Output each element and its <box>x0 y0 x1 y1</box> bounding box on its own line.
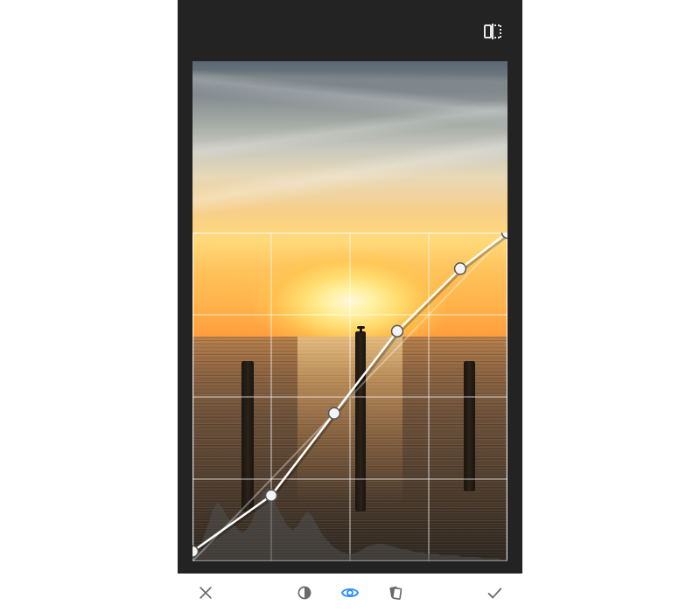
curve-control-point[interactable] <box>455 263 466 275</box>
editor-toolbar <box>178 574 522 612</box>
photo-editor-app <box>178 0 522 612</box>
curve-control-point[interactable] <box>266 490 277 501</box>
curve-control-point[interactable] <box>329 407 340 419</box>
compare-split-icon <box>482 21 503 42</box>
curves-panel[interactable] <box>192 233 508 561</box>
tab-contrast[interactable] <box>292 581 317 605</box>
styles-icon <box>387 584 404 602</box>
editor-viewport <box>178 0 522 574</box>
tab-eye[interactable] <box>338 581 362 605</box>
svg-rect-0 <box>485 25 491 38</box>
compare-toggle-button[interactable] <box>482 21 507 45</box>
curves-overlay[interactable] <box>192 233 508 561</box>
curve-control-point[interactable] <box>192 546 199 557</box>
eye-icon <box>340 583 360 602</box>
apply-button[interactable] <box>482 581 507 605</box>
cancel-button[interactable] <box>193 581 218 605</box>
check-icon <box>485 583 504 602</box>
editor-tool-tabs <box>292 581 408 605</box>
contrast-icon <box>296 584 313 602</box>
tab-styles[interactable] <box>383 581 408 605</box>
svg-rect-17 <box>393 588 402 599</box>
curve-control-point[interactable] <box>392 325 403 337</box>
close-icon <box>197 584 214 602</box>
svg-point-15 <box>347 590 353 595</box>
